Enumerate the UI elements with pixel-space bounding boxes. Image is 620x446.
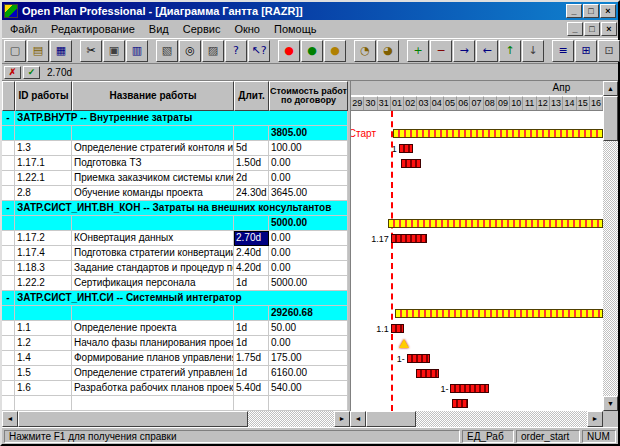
header-activity-id[interactable]: ID работы	[15, 81, 72, 111]
task-bar[interactable]	[452, 399, 468, 408]
table-row[interactable]: 5000.00	[2, 216, 348, 231]
notes-icon[interactable]: ▨	[202, 40, 224, 62]
traffic-yellow-icon[interactable]: ●	[324, 40, 346, 62]
scroll-down-icon[interactable]: ▼	[603, 396, 618, 411]
help-icon[interactable]: ?	[225, 40, 247, 62]
table-row[interactable]: 1.3Определение стратегий контоля и отч5d…	[2, 141, 348, 156]
table-row[interactable]: -ЗАТР.ВНУТР -- Внутренние затраты	[2, 111, 348, 126]
menu-view[interactable]: Вид	[142, 21, 176, 37]
row-collapse-marker: -	[2, 111, 15, 126]
table-scroll-thumb[interactable]	[18, 411, 248, 427]
subtract-minus-icon[interactable]: −	[430, 40, 452, 62]
table-row[interactable]: 1.2Начало фазы планирования проекта1d0.0…	[2, 336, 348, 351]
child-restore-icon[interactable]: □	[584, 22, 600, 36]
copy-icon[interactable]: ▣	[103, 40, 125, 62]
task-bar[interactable]: 1	[399, 144, 414, 153]
child-close-icon[interactable]: ×	[601, 22, 617, 36]
add-plus-icon[interactable]: +	[407, 40, 429, 62]
task-bar[interactable]: 1.17	[391, 234, 427, 243]
arrow-up-icon[interactable]: ↑	[499, 40, 521, 62]
close-icon[interactable]: ×	[600, 4, 616, 18]
table-row[interactable]: 1.22.1Приемка заказчиком системы клиент2…	[2, 171, 348, 186]
summary-bar[interactable]	[395, 309, 603, 318]
cell-activity-id: 1.1	[15, 321, 72, 336]
vertical-scroll-thumb[interactable]	[603, 96, 618, 141]
paste-icon[interactable]: ▥	[126, 40, 148, 62]
task-bar[interactable]: 1-	[450, 384, 488, 393]
table-row[interactable]: 1.22.2Сертификация персонала1d5000.00	[2, 276, 348, 291]
gantt-hscrollbar[interactable]: ◄ ►	[350, 411, 603, 427]
new-file-icon[interactable]: ▢	[4, 40, 26, 62]
table-row[interactable]: 1.5Определение стратегий управления в1d6…	[2, 366, 348, 381]
task-bar[interactable]: 1-	[407, 354, 430, 363]
table-row[interactable]: 1.17.4Подготовка стратегии конвертации2.…	[2, 246, 348, 261]
view-monitor-icon[interactable]: ⊡	[598, 40, 620, 62]
table-row[interactable]: 1.18.3Задание стандартов и процедур по д…	[2, 261, 348, 276]
table-row[interactable]: -ЗАТР.СИСТ_ИНТ.ВН_КОН -- Затраты на внеш…	[2, 201, 348, 216]
link-left-icon[interactable]: ←	[476, 40, 498, 62]
table-row[interactable]: 3805.00	[2, 126, 348, 141]
table-row[interactable]: -ЗАТР.СИСТ_ИНТ.СИ -- Системный интеграто…	[2, 291, 348, 306]
save-floppy-icon[interactable]: ▦	[50, 40, 72, 62]
clock-baseline-icon[interactable]: ◔	[354, 40, 376, 62]
maximize-icon[interactable]: □	[583, 4, 599, 18]
table-row[interactable]	[2, 396, 348, 411]
menu-edit[interactable]: Редактирование	[44, 21, 142, 37]
header-cost[interactable]: Стоимость работ по договору	[269, 81, 348, 111]
gantt-scroll-right-icon[interactable]: ►	[587, 411, 603, 427]
print-preview-icon[interactable]: ◎	[179, 40, 201, 62]
table-hscrollbar[interactable]: ◄ ►	[2, 411, 350, 427]
link-right-icon[interactable]: →	[453, 40, 475, 62]
confirm-edit-button[interactable]: ✓	[23, 66, 40, 79]
gantt-scroll-track[interactable]	[416, 411, 587, 427]
table-scroll-right-icon[interactable]: ►	[334, 411, 350, 427]
gantt-scroll-thumb[interactable]	[366, 411, 416, 427]
cut-scissors-icon[interactable]: ✂	[80, 40, 102, 62]
table-row[interactable]: 1.17.1Подготовка ТЗ1.50d0.00	[2, 156, 348, 171]
arrow-down-icon[interactable]: ↓	[522, 40, 544, 62]
scroll-up-icon[interactable]: ▲	[603, 81, 618, 96]
minimize-icon[interactable]: _	[566, 4, 582, 18]
table-row[interactable]: 29260.68	[2, 306, 348, 321]
cancel-edit-button[interactable]: ✗	[4, 66, 21, 79]
table-row[interactable]: 2.8Обучение команды проекта24.30d3645.00	[2, 186, 348, 201]
row-collapse-marker	[2, 276, 15, 291]
edit-value-field[interactable]: 2.70d	[42, 67, 72, 78]
table-row[interactable]: 1.17.2КОнвертация данных2.70d0.00	[2, 231, 348, 246]
row-collapse-marker	[2, 381, 15, 396]
summary-bar[interactable]	[388, 219, 603, 228]
gantt-scroll-left-icon[interactable]: ◄	[350, 411, 366, 427]
cell-activity-id: 1.5	[15, 366, 72, 381]
view-barchart-icon[interactable]: ≡	[552, 40, 574, 62]
table-scroll-left-icon[interactable]: ◄	[2, 411, 18, 427]
header-activity-name[interactable]: Название работы	[72, 81, 234, 111]
header-duration[interactable]: Длит.	[234, 81, 269, 111]
table-scroll-track[interactable]	[248, 411, 334, 427]
task-bar[interactable]	[401, 159, 421, 168]
view-spreadsheet-icon[interactable]: ⊞	[575, 40, 597, 62]
child-minimize-icon[interactable]: _	[567, 22, 583, 36]
menu-tools[interactable]: Сервис	[176, 21, 228, 37]
vertical-scroll-track[interactable]	[603, 141, 618, 396]
milestone-marker[interactable]	[399, 339, 409, 348]
summary-bar[interactable]	[393, 129, 603, 138]
app-icon[interactable]	[4, 4, 18, 18]
task-bar[interactable]: 1.1	[391, 324, 404, 333]
vertical-scrollbar[interactable]: ▲ ▼	[603, 81, 618, 411]
open-folder-icon[interactable]: ▤	[27, 40, 49, 62]
table-row[interactable]: 1.4Формирование планов управления1.75d17…	[2, 351, 348, 366]
cell-duration[interactable]: 2.70d	[234, 231, 269, 246]
menu-help[interactable]: Помощь	[267, 21, 324, 37]
traffic-green-icon[interactable]: ●	[301, 40, 323, 62]
menu-file[interactable]: Файл	[3, 21, 44, 37]
clock-actual-icon[interactable]: ◕	[377, 40, 399, 62]
title-bar[interactable]: Open Plan Professional - [Диаграмма Гант…	[2, 2, 618, 20]
table-row[interactable]: 1.6Разработка рабочих планов проекта5.40…	[2, 381, 348, 396]
context-help-icon[interactable]: ↖?	[248, 40, 270, 62]
task-bar[interactable]	[416, 369, 439, 378]
menu-window[interactable]: Окно	[227, 21, 267, 37]
traffic-red-icon[interactable]: ●	[278, 40, 300, 62]
day-header: 10	[510, 96, 523, 110]
table-row[interactable]: 1.1Определение проекта1d50.00	[2, 321, 348, 336]
print-icon[interactable]: ▧	[156, 40, 178, 62]
